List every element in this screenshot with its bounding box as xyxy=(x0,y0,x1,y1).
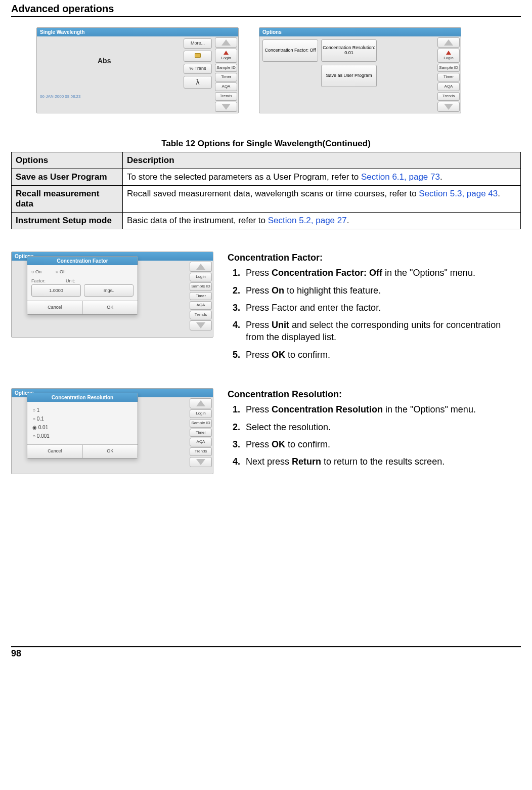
fig1-trends-button[interactable]: Trends xyxy=(215,92,237,101)
xref-link[interactable]: Section 6.1, page 73 xyxy=(361,172,440,182)
fig2-scroll-down[interactable] xyxy=(437,102,460,112)
figure-conc-resolution: Options Login Sample ID Timer AQA Trends… xyxy=(11,388,213,474)
side-timer[interactable]: Timer xyxy=(190,292,212,301)
list-item: Press Factor and enter the factor. xyxy=(243,302,521,314)
factor-field[interactable]: 1.0000 xyxy=(31,284,81,297)
section-conc-resolution: Options Login Sample ID Timer AQA Trends… xyxy=(11,388,521,474)
side-aqa[interactable]: AQA xyxy=(190,438,212,446)
fig2-aqa-button[interactable]: AQA xyxy=(437,82,460,91)
side-login[interactable]: Login xyxy=(190,273,212,281)
fig1-login-button[interactable]: Login xyxy=(215,49,237,63)
side-trends[interactable]: Trends xyxy=(190,447,212,456)
fig2-trends-button[interactable]: Trends xyxy=(437,92,460,101)
text: To store the selected parameters as a Us… xyxy=(127,172,361,182)
radio-on[interactable]: On xyxy=(31,269,41,274)
fig1-more-button[interactable]: More... xyxy=(184,38,212,49)
th-options: Options xyxy=(12,152,123,169)
arrow-up-icon xyxy=(224,51,229,55)
fig1-scroll-up[interactable] xyxy=(215,37,237,48)
fig1-title: Single Wavelength xyxy=(37,28,238,36)
factor-label: Factor: xyxy=(31,278,46,283)
side-login[interactable]: Login xyxy=(190,409,212,418)
desc-save-user-program: To store the selected parameters as a Us… xyxy=(123,169,521,186)
modal-ok-button[interactable]: OK xyxy=(83,445,138,458)
side-aqa[interactable]: AQA xyxy=(190,301,212,310)
heading-conc-factor: Concentration Factor: xyxy=(228,252,521,264)
modal-conc-factor: Concentration Factor On Off Factor: Unit… xyxy=(27,256,138,315)
table-row: Save as User Program To store the select… xyxy=(12,169,521,186)
list-item: Press Concentration Factor: Off in the "… xyxy=(243,267,521,279)
scroll-up[interactable] xyxy=(190,398,212,408)
instructions-conc-resolution: Concentration Resolution: Press Concentr… xyxy=(228,388,521,473)
fig1-lambda-button[interactable]: λ xyxy=(184,76,212,89)
text: Basic data of the instrument, refer to xyxy=(127,216,268,225)
table-row: Recall measurement data Recall saved mea… xyxy=(12,186,521,213)
section-conc-factor: Options Login Sample ID Timer AQA Trends… xyxy=(11,252,521,366)
figure-single-wavelength: Single Wavelength Abs 06-JAN-2000 08:58:… xyxy=(36,27,239,113)
options-table: Options Description Save as User Program… xyxy=(11,152,521,229)
heading-conc-resolution: Concentration Resolution: xyxy=(228,388,521,400)
instructions-conc-factor: Concentration Factor: Press Concentratio… xyxy=(228,252,521,366)
fig1-side-login-label: Login xyxy=(221,56,231,60)
scroll-down[interactable] xyxy=(190,320,212,330)
xref-link[interactable]: Section 5.2, page 27 xyxy=(268,216,347,225)
radio-0-01[interactable]: 0.01 xyxy=(31,423,134,432)
fig2-tile-save-program[interactable]: Save as User Program xyxy=(321,65,377,87)
fig2-timer-button[interactable]: Timer xyxy=(437,73,460,81)
folder-icon xyxy=(195,53,201,58)
fig2-sampleid-button[interactable]: Sample ID xyxy=(437,64,460,72)
opt-recall-data: Recall measurement data xyxy=(12,186,123,213)
th-description: Description xyxy=(123,152,521,169)
modal-cancel-button[interactable]: Cancel xyxy=(27,445,83,458)
page-number: 98 xyxy=(11,646,521,659)
triangle-up-icon xyxy=(221,39,231,46)
side-trends[interactable]: Trends xyxy=(190,311,212,319)
fig2-scroll-up[interactable] xyxy=(437,37,460,48)
triangle-up-icon xyxy=(444,39,453,46)
modal-title: Concentration Factor xyxy=(27,257,138,265)
fig1-abs-label: Abs xyxy=(98,57,111,65)
opt-save-user-program: Save as User Program xyxy=(12,169,123,186)
text: . xyxy=(440,172,442,182)
desc-recall-data: Recall saved measurement data, wavelengt… xyxy=(123,186,521,213)
fig1-scroll-down[interactable] xyxy=(215,102,237,112)
fig2-login-button[interactable]: Login xyxy=(437,49,460,63)
fig2-tile-conc-factor[interactable]: Concentration Factor: Off xyxy=(262,39,318,62)
fig1-aqa-button[interactable]: AQA xyxy=(215,82,237,91)
fig2-side-login-label: Login xyxy=(444,56,454,60)
side-sampleid[interactable]: Sample ID xyxy=(190,282,212,291)
desc-instrument-setup: Basic data of the instrument, refer to S… xyxy=(123,213,521,229)
fig1-timer-button[interactable]: Timer xyxy=(215,73,237,81)
fig1-timestamp: 06-JAN-2000 08:58:23 xyxy=(40,94,81,99)
radio-0-001[interactable]: 0.001 xyxy=(31,432,134,440)
scroll-down[interactable] xyxy=(190,457,212,467)
modal-ok-button[interactable]: OK xyxy=(83,301,138,314)
list-item: Press On to highlight this feature. xyxy=(243,284,521,297)
side-timer[interactable]: Timer xyxy=(190,429,212,437)
modal-conc-resolution: Concentration Resolution 1 0.1 0.01 0.00… xyxy=(27,393,138,459)
fig2-tile-conc-resolution[interactable]: Concentration Resolution: 0.01 xyxy=(321,39,377,62)
unit-label: Unit: xyxy=(66,278,75,283)
fig1-trans-button[interactable]: % Trans xyxy=(184,64,212,74)
modal-cancel-button[interactable]: Cancel xyxy=(27,301,83,314)
top-figure-row: Single Wavelength Abs 06-JAN-2000 08:58:… xyxy=(11,27,521,118)
arrow-up-icon xyxy=(446,51,451,55)
radio-off[interactable]: Off xyxy=(56,269,66,274)
unit-field[interactable]: mg/L xyxy=(84,284,134,297)
radio-1[interactable]: 1 xyxy=(31,406,134,414)
running-header: Advanced operations xyxy=(11,0,521,17)
scroll-up[interactable] xyxy=(190,262,212,272)
text: . xyxy=(498,189,500,198)
list-item: Select the resolution. xyxy=(243,421,521,433)
table-header-row: Options Description xyxy=(12,152,521,169)
side-sampleid[interactable]: Sample ID xyxy=(190,419,212,428)
radio-0-1[interactable]: 0.1 xyxy=(31,414,134,423)
table-row: Instrument Setup mode Basic data of the … xyxy=(12,213,521,229)
xref-link[interactable]: Section 5.3, page 43 xyxy=(419,189,498,198)
list-item: Press Concentration Resolution in the "O… xyxy=(243,403,521,415)
list-item: Next press Return to return to the resul… xyxy=(243,455,521,468)
figure-conc-factor: Options Login Sample ID Timer AQA Trends… xyxy=(11,252,213,338)
fig1-folder-button[interactable] xyxy=(184,51,212,62)
fig1-sampleid-button[interactable]: Sample ID xyxy=(215,64,237,72)
fig2-title: Options xyxy=(259,28,461,36)
